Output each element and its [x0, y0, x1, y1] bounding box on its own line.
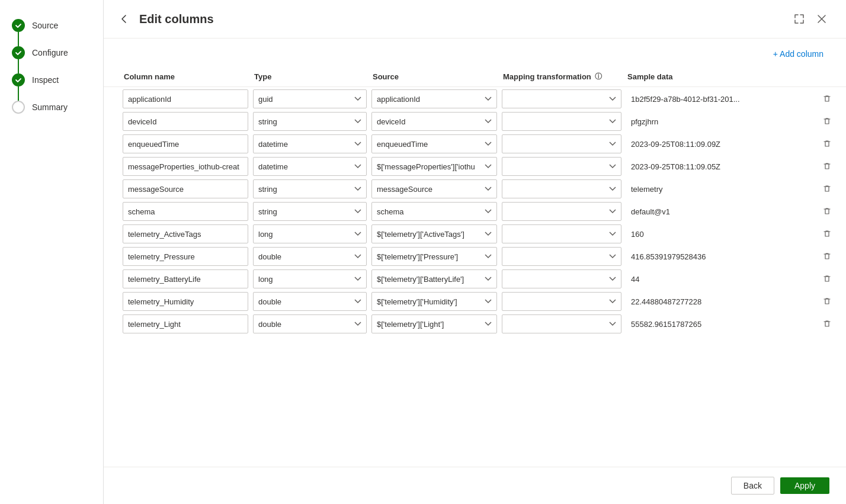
- delete-row-button[interactable]: [819, 248, 835, 265]
- mapping-select[interactable]: [502, 157, 621, 176]
- type-select[interactable]: guidstringdatetimelongdoublebooleanintfl…: [253, 134, 367, 153]
- column-name-input[interactable]: [123, 314, 248, 333]
- type-select[interactable]: guidstringdatetimelongdoublebooleanintfl…: [253, 157, 367, 176]
- type-cell: guidstringdatetimelongdoublebooleanintfl…: [251, 292, 369, 311]
- add-column-label: + Add column: [773, 49, 823, 59]
- source-select[interactable]: $['telemetry']['Light']: [371, 314, 497, 333]
- type-select[interactable]: guidstringdatetimelongdoublebooleanintfl…: [253, 112, 367, 131]
- sample-data-value: 44: [626, 275, 644, 284]
- footer: Back Apply: [104, 467, 846, 504]
- source-select[interactable]: $['telemetry']['Humidity']: [371, 292, 497, 311]
- source-cell: $['telemetry']['ActiveTags']: [369, 224, 499, 243]
- info-icon: ⓘ: [595, 72, 602, 82]
- source-select[interactable]: $['telemetry']['BatteryLife']: [371, 269, 497, 288]
- back-footer-button[interactable]: Back: [731, 477, 774, 495]
- delete-cell: [816, 91, 842, 107]
- source-select[interactable]: messageSource: [371, 179, 497, 198]
- source-select[interactable]: $['messageProperties']['iothu: [371, 157, 497, 176]
- type-select[interactable]: guidstringdatetimelongdoublebooleanintfl…: [253, 269, 367, 288]
- sidebar-label-summary: Summary: [32, 102, 68, 112]
- sample-data-cell: 1b2f5f29-a78b-4012-bf31-201...: [624, 94, 816, 104]
- mapping-select[interactable]: [502, 134, 621, 153]
- delete-row-button[interactable]: [819, 158, 835, 175]
- mapping-select[interactable]: [502, 314, 621, 333]
- column-name-input[interactable]: [123, 179, 248, 198]
- delete-row-button[interactable]: [819, 136, 835, 152]
- mapping-select[interactable]: [502, 202, 621, 221]
- mapping-select[interactable]: [502, 112, 621, 131]
- header: Edit columns: [104, 0, 846, 38]
- delete-cell: [816, 136, 842, 152]
- delete-row-button[interactable]: [819, 113, 835, 130]
- column-name-input[interactable]: [123, 202, 248, 221]
- delete-cell: [816, 271, 842, 287]
- mapping-cell: [499, 247, 624, 266]
- delete-row-button[interactable]: [819, 91, 835, 107]
- type-select[interactable]: guidstringdatetimelongdoublebooleanintfl…: [253, 202, 367, 221]
- delete-row-button[interactable]: [819, 181, 835, 197]
- type-select[interactable]: guidstringdatetimelongdoublebooleanintfl…: [253, 314, 367, 333]
- type-select[interactable]: guidstringdatetimelongdoublebooleanintfl…: [253, 179, 367, 198]
- type-cell: guidstringdatetimelongdoublebooleanintfl…: [251, 157, 369, 176]
- source-select[interactable]: deviceId: [371, 112, 497, 131]
- sidebar-label-source: Source: [32, 21, 58, 30]
- column-name-input[interactable]: [123, 224, 248, 243]
- type-select[interactable]: guidstringdatetimelongdoublebooleanintfl…: [253, 292, 367, 311]
- table-row: guidstringdatetimelongdoublebooleanintfl…: [120, 179, 842, 198]
- column-name-cell: [120, 89, 251, 108]
- column-name-input[interactable]: [123, 89, 248, 108]
- mapping-select[interactable]: [502, 179, 621, 198]
- type-select[interactable]: guidstringdatetimelongdoublebooleanintfl…: [253, 224, 367, 243]
- type-select[interactable]: guidstringdatetimelongdoublebooleanintfl…: [253, 89, 367, 108]
- delete-row-button[interactable]: [819, 316, 835, 332]
- column-name-input[interactable]: [123, 112, 248, 131]
- delete-row-button[interactable]: [819, 226, 835, 242]
- source-select[interactable]: $['telemetry']['Pressure']: [371, 247, 497, 266]
- mapping-cell: [499, 157, 624, 176]
- sample-data-value: default@v1: [626, 207, 675, 216]
- sidebar-item-inspect[interactable]: Inspect: [0, 66, 103, 94]
- source-select[interactable]: schema: [371, 202, 497, 221]
- back-button[interactable]: [116, 11, 132, 27]
- sample-data-cell: 22.44880487277228: [624, 297, 816, 306]
- source-select[interactable]: $['telemetry']['ActiveTags']: [371, 224, 497, 243]
- mapping-select[interactable]: [502, 247, 621, 266]
- column-name-cell: [120, 247, 251, 266]
- mapping-select[interactable]: [502, 89, 621, 108]
- delete-row-button[interactable]: [819, 271, 835, 287]
- sample-data-cell: default@v1: [624, 207, 816, 216]
- apply-button[interactable]: Apply: [780, 477, 829, 494]
- table-row: guidstringdatetimelongdoublebooleanintfl…: [120, 89, 842, 108]
- sample-data-cell: 2023-09-25T08:11:09.09Z: [624, 139, 816, 149]
- sidebar-item-configure[interactable]: Configure: [0, 39, 103, 66]
- delete-row-button[interactable]: [819, 293, 835, 310]
- sample-data-value: telemetry: [626, 185, 667, 194]
- type-select[interactable]: guidstringdatetimelongdoublebooleanintfl…: [253, 247, 367, 266]
- delete-row-button[interactable]: [819, 203, 835, 220]
- column-name-cell: [120, 134, 251, 153]
- source-select[interactable]: enqueuedTime: [371, 134, 497, 153]
- header-left: Edit columns: [116, 11, 214, 27]
- sidebar-item-source[interactable]: Source: [0, 12, 103, 39]
- column-name-input[interactable]: [123, 134, 248, 153]
- close-button[interactable]: [814, 11, 829, 27]
- column-name-input[interactable]: [123, 292, 248, 311]
- table-row: guidstringdatetimelongdoublebooleanintfl…: [120, 269, 842, 288]
- mapping-select[interactable]: [502, 269, 621, 288]
- source-select[interactable]: applicationId: [371, 89, 497, 108]
- mapping-cell: [499, 314, 624, 333]
- column-name-input[interactable]: [123, 269, 248, 288]
- mapping-select[interactable]: [502, 224, 621, 243]
- expand-button[interactable]: [791, 11, 807, 27]
- column-name-input[interactable]: [123, 247, 248, 266]
- mapping-select[interactable]: [502, 292, 621, 311]
- col-header-type: Type: [251, 67, 369, 86]
- mapping-cell: [499, 134, 624, 153]
- type-cell: guidstringdatetimelongdoublebooleanintfl…: [251, 269, 369, 288]
- sample-data-value: 22.44880487277228: [626, 297, 706, 306]
- table-row: guidstringdatetimelongdoublebooleanintfl…: [120, 292, 842, 311]
- sidebar-item-summary[interactable]: Summary: [0, 94, 103, 121]
- add-column-button[interactable]: + Add column: [767, 46, 829, 62]
- step-circle-inspect: [12, 73, 25, 86]
- column-name-input[interactable]: [123, 157, 248, 176]
